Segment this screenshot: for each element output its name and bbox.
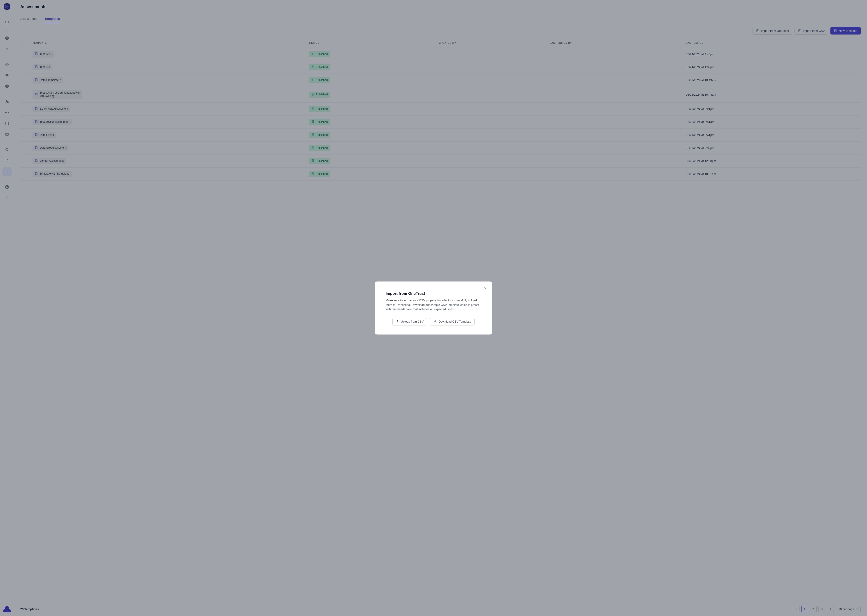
modal-body: Make sure to format your CSV properly in… [386, 298, 481, 311]
button-label: Download CSV Template [438, 320, 471, 323]
close-icon [484, 286, 487, 290]
download-csv-template-button[interactable]: Download CSV Template [430, 318, 474, 325]
upload-icon [396, 320, 399, 324]
modal-title: Import from OneTrust [386, 291, 481, 296]
modal-overlay[interactable]: Import from OneTrust Make sure to format… [0, 0, 867, 616]
upload-csv-button[interactable]: Upload from CSV [393, 318, 427, 325]
download-icon [434, 320, 437, 324]
import-onetrust-modal: Import from OneTrust Make sure to format… [375, 281, 492, 335]
close-button[interactable] [482, 285, 489, 291]
button-label: Upload from CSV [401, 320, 424, 323]
